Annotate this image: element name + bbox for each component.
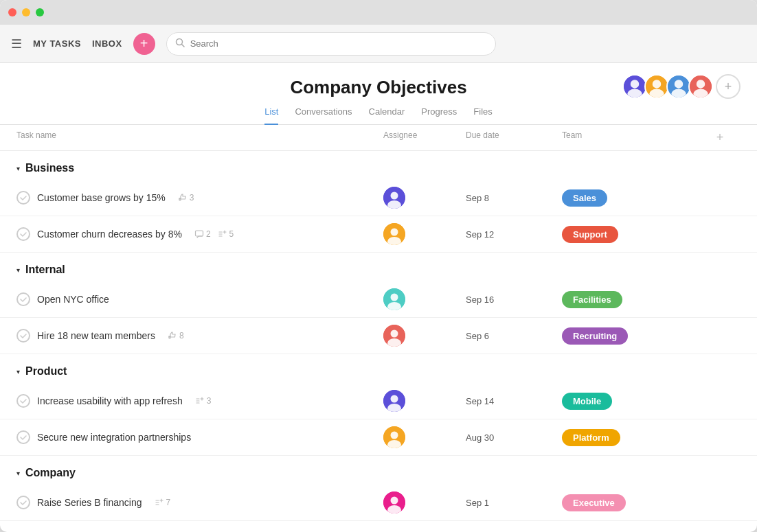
task-table: Task name Assignee Due date Team + ▾ Bus… (0, 125, 757, 532)
task-complete-toggle[interactable] (16, 227, 30, 241)
task-complete-toggle[interactable] (16, 394, 30, 408)
svg-point-23 (391, 294, 398, 301)
task-team: Recruiting (562, 327, 699, 345)
svg-point-20 (391, 229, 398, 236)
task-assignee[interactable] (383, 426, 466, 448)
table-row[interactable]: Open NYC office Sep 16 Facilities (0, 281, 757, 318)
add-column-button[interactable]: + (699, 130, 741, 145)
section-header-business[interactable]: ▾ Business (0, 151, 757, 180)
task-name: Hire 18 new team members (37, 330, 155, 341)
task-assignee[interactable] (383, 223, 466, 245)
like-meta: 8 (168, 331, 184, 340)
table-row[interactable]: Raise Series B financing 7 Sep 1 (0, 485, 757, 521)
avatar[interactable] (688, 74, 713, 99)
team-badge[interactable]: Recruiting (562, 327, 628, 345)
col-team: Team (562, 130, 699, 145)
svg-line-1 (181, 45, 184, 47)
task-team: Mobile (562, 393, 699, 410)
team-badge[interactable]: Facilities (562, 291, 622, 308)
add-button[interactable]: + (133, 33, 155, 55)
task-assignee[interactable] (383, 390, 466, 412)
task-meta: 3 (178, 193, 194, 203)
avatar[interactable] (644, 74, 669, 99)
team-badge[interactable]: Executive (562, 494, 626, 511)
table-header: Task name Assignee Due date Team + (0, 125, 757, 151)
assignee-avatar (383, 491, 405, 513)
assignee-avatar (383, 223, 405, 245)
table-row[interactable]: Hire 18 new team members 8 Sep 6 (0, 318, 757, 354)
minimize-button[interactable] (22, 8, 30, 16)
task-due-date: Sep 12 (466, 229, 562, 240)
subtask-count: 3 (207, 396, 212, 406)
close-button[interactable] (8, 8, 16, 16)
task-team: Platform (562, 429, 699, 446)
tab-calendar[interactable]: Calendar (369, 106, 405, 125)
task-due-date: Sep 1 (466, 498, 562, 508)
add-avatar-button[interactable]: + (716, 74, 741, 99)
section-title-internal: Internal (25, 264, 65, 276)
task-team: Support (562, 226, 699, 243)
table-row[interactable]: Increase usability with app refresh 3 S (0, 383, 757, 419)
task-name-cell: Increase usability with app refresh 3 (16, 394, 383, 408)
assignee-avatar (383, 325, 405, 347)
task-assignee[interactable] (383, 288, 466, 310)
task-name-cell: Customer base grows by 15% 3 (16, 191, 383, 205)
svg-point-13 (693, 89, 708, 99)
table-row[interactable]: Customer churn decreases by 8% 2 5 (0, 216, 757, 253)
team-badge[interactable]: Mobile (562, 393, 612, 410)
titlebar (0, 0, 757, 25)
tab-progress[interactable]: Progress (421, 106, 457, 125)
subtask-meta: 3 (195, 396, 212, 406)
hamburger-icon[interactable]: ☰ (11, 36, 22, 51)
tab-conversations[interactable]: Conversations (295, 106, 352, 125)
tab-files[interactable]: Files (473, 106, 492, 125)
subtask-meta: 5 (218, 229, 234, 239)
like-count: 8 (179, 331, 184, 340)
search-input[interactable] (190, 38, 487, 49)
search-icon (175, 38, 185, 49)
section-title-company: Company (25, 467, 76, 479)
tab-list[interactable]: List (264, 106, 278, 125)
section-header-product[interactable]: ▾ Product (0, 354, 757, 383)
svg-point-9 (675, 80, 683, 88)
task-due-date: Aug 30 (466, 432, 562, 443)
task-name-cell: Raise Series B financing 7 (16, 496, 383, 509)
table-row[interactable]: Customer base grows by 15% 3 Sep 8 (0, 180, 757, 216)
my-tasks-link[interactable]: MY TASKS (33, 38, 81, 49)
col-task-name: Task name (16, 130, 383, 145)
team-badge[interactable]: Sales (562, 189, 607, 207)
svg-point-7 (649, 89, 664, 99)
search-bar (166, 32, 496, 56)
task-complete-toggle[interactable] (16, 496, 30, 509)
page-header: Company Objectives + List (0, 63, 757, 125)
task-name-cell: Hire 18 new team members 8 (16, 329, 383, 343)
tabs: List Conversations Calendar Progress Fil… (0, 106, 757, 125)
section-title-product: Product (25, 365, 67, 378)
table-row[interactable]: Secure new integration partnerships Aug … (0, 419, 757, 456)
avatar[interactable] (666, 74, 691, 99)
task-complete-toggle[interactable] (16, 430, 30, 444)
task-meta: 7 (155, 498, 171, 507)
task-complete-toggle[interactable] (16, 292, 30, 306)
task-team: Executive (562, 494, 699, 511)
task-complete-toggle[interactable] (16, 329, 30, 343)
subtask-count: 7 (166, 498, 171, 507)
task-assignee[interactable] (383, 187, 466, 209)
section-header-internal[interactable]: ▾ Internal (0, 253, 757, 281)
team-badge[interactable]: Platform (562, 429, 620, 446)
task-complete-toggle[interactable] (16, 191, 30, 205)
maximize-button[interactable] (36, 8, 44, 16)
avatar[interactable] (622, 74, 647, 99)
task-assignee[interactable] (383, 325, 466, 347)
team-badge[interactable]: Support (562, 226, 618, 243)
task-assignee[interactable] (383, 491, 466, 513)
main-content: Company Objectives + List (0, 63, 757, 532)
assignee-avatar (383, 390, 405, 412)
task-team: Sales (562, 189, 699, 207)
assignee-avatar (383, 187, 405, 209)
section-header-company[interactable]: ▾ Company (0, 456, 757, 485)
task-name: Open NYC office (37, 294, 109, 305)
inbox-link[interactable]: INBOX (92, 38, 122, 49)
task-name: Raise Series B financing (37, 497, 142, 508)
svg-point-16 (391, 192, 398, 200)
